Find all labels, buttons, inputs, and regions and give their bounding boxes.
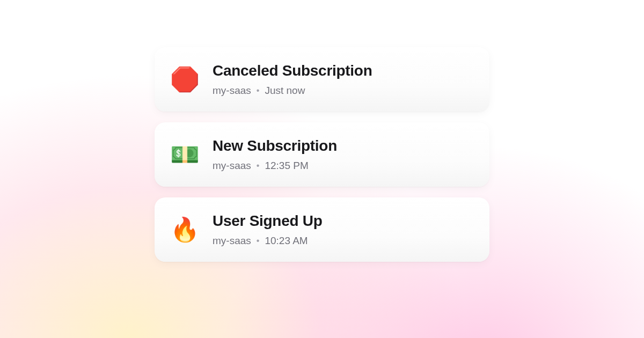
notification-card[interactable]: 💵 New Subscription my-saas • 12:35 PM xyxy=(155,122,489,187)
notification-time: Just now xyxy=(265,85,305,97)
notification-meta: my-saas • 12:35 PM xyxy=(213,160,337,172)
notification-title: Canceled Subscription xyxy=(213,62,372,79)
notification-stack: 🛑 Canceled Subscription my-saas • Just n… xyxy=(155,47,489,262)
notification-time: 10:23 AM xyxy=(265,235,308,247)
money-icon: 💵 xyxy=(170,139,200,170)
notification-card[interactable]: 🔥 User Signed Up my-saas • 10:23 AM xyxy=(155,197,489,262)
notification-body: Canceled Subscription my-saas • Just now xyxy=(213,62,372,97)
notification-body: New Subscription my-saas • 12:35 PM xyxy=(213,137,337,172)
notification-meta: my-saas • Just now xyxy=(213,85,372,97)
notification-project: my-saas xyxy=(213,160,251,172)
notification-card[interactable]: 🛑 Canceled Subscription my-saas • Just n… xyxy=(155,47,489,112)
notification-title: User Signed Up xyxy=(213,212,323,230)
notification-project: my-saas xyxy=(213,235,251,247)
notification-time: 12:35 PM xyxy=(265,160,308,172)
notification-meta: my-saas • 10:23 AM xyxy=(213,235,323,247)
notification-project: my-saas xyxy=(213,85,251,97)
separator-dot: • xyxy=(257,236,260,246)
stop-sign-icon: 🛑 xyxy=(170,64,200,94)
separator-dot: • xyxy=(257,161,260,171)
notification-title: New Subscription xyxy=(213,137,337,155)
notification-body: User Signed Up my-saas • 10:23 AM xyxy=(213,212,323,247)
separator-dot: • xyxy=(257,86,260,95)
fire-icon: 🔥 xyxy=(170,215,200,245)
